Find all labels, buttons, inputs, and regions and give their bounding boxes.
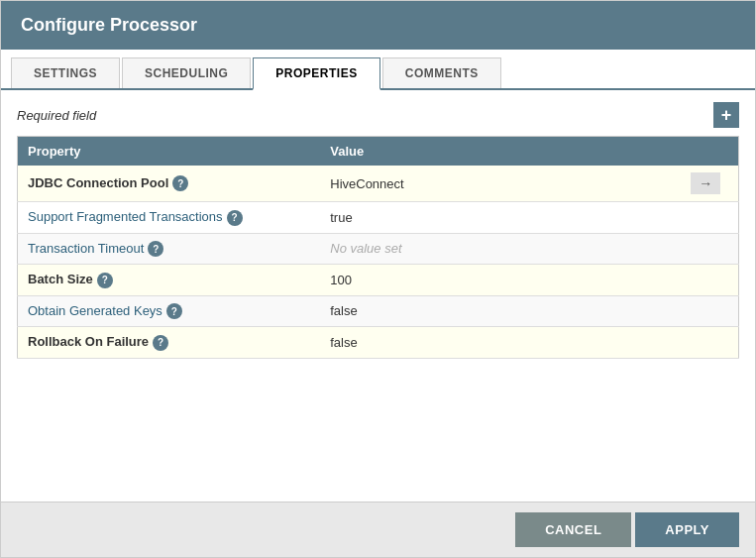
- property-cell: Transaction Timeout?: [18, 233, 321, 265]
- property-cell: Support Fragmented Transactions?: [18, 202, 321, 234]
- dialog-title: Configure Processor: [21, 15, 197, 35]
- arrow-button[interactable]: →: [691, 172, 720, 194]
- col-header-value: Value: [320, 137, 681, 167]
- help-icon[interactable]: ?: [148, 241, 163, 257]
- property-name: Batch Size: [28, 272, 93, 286]
- table-body: JDBC Connection Pool?HiveConnect→Support…: [18, 166, 739, 358]
- help-icon[interactable]: ?: [97, 273, 113, 288]
- value-cell: HiveConnect: [320, 166, 681, 202]
- help-icon[interactable]: ?: [166, 303, 182, 319]
- tabs-bar: SETTINGS SCHEDULING PROPERTIES COMMENTS: [1, 50, 755, 90]
- action-cell: [681, 233, 738, 265]
- table-row: JDBC Connection Pool?HiveConnect→: [18, 166, 739, 202]
- apply-button[interactable]: APPLY: [635, 512, 739, 547]
- value-cell: true: [320, 202, 681, 234]
- action-cell: [681, 202, 738, 234]
- help-icon[interactable]: ?: [227, 210, 243, 226]
- property-cell: Rollback On Failure?: [18, 327, 321, 359]
- help-icon[interactable]: ?: [153, 335, 168, 351]
- content-area: Required field + Property Value JDBC Con…: [1, 90, 755, 502]
- configure-processor-dialog: Configure Processor SETTINGS SCHEDULING …: [0, 0, 756, 558]
- value-cell: false: [320, 295, 681, 327]
- table-row: Rollback On Failure?false: [18, 327, 739, 359]
- property-name: Support Fragmented Transactions: [28, 209, 223, 224]
- col-header-action: [681, 137, 738, 167]
- help-icon[interactable]: ?: [172, 175, 188, 191]
- action-cell: [681, 295, 738, 327]
- action-cell: →: [681, 166, 738, 202]
- property-cell: JDBC Connection Pool?: [18, 166, 321, 202]
- tab-scheduling[interactable]: SCHEDULING: [122, 57, 251, 88]
- property-name: JDBC Connection Pool: [28, 175, 168, 190]
- table-header: Property Value: [18, 137, 739, 167]
- dialog-header: Configure Processor: [1, 1, 755, 50]
- tab-settings[interactable]: SETTINGS: [11, 57, 120, 88]
- table-row: Obtain Generated Keys?false: [18, 295, 739, 327]
- dialog-footer: CANCEL APPLY: [1, 502, 755, 557]
- tab-properties[interactable]: PROPERTIES: [253, 57, 379, 90]
- table-row: Transaction Timeout?No value set: [18, 233, 739, 265]
- property-name: Rollback On Failure: [28, 334, 149, 349]
- tab-comments[interactable]: COMMENTS: [382, 57, 501, 88]
- value-cell: 100: [320, 265, 681, 296]
- cancel-button[interactable]: CANCEL: [515, 512, 631, 547]
- col-header-property: Property: [18, 137, 321, 167]
- table-row: Support Fragmented Transactions?true: [18, 202, 739, 234]
- properties-table: Property Value JDBC Connection Pool?Hive…: [17, 136, 739, 359]
- value-cell: false: [320, 327, 681, 359]
- table-row: Batch Size?100: [18, 265, 739, 296]
- add-property-button[interactable]: +: [713, 102, 739, 128]
- action-cell: [681, 265, 738, 296]
- property-cell: Obtain Generated Keys?: [18, 295, 321, 327]
- value-cell: No value set: [320, 233, 681, 265]
- required-field-label: Required field: [17, 108, 96, 123]
- property-name: Obtain Generated Keys: [28, 303, 162, 318]
- property-cell: Batch Size?: [18, 265, 321, 296]
- property-name: Transaction Timeout: [28, 241, 144, 256]
- required-field-row: Required field +: [17, 102, 739, 128]
- action-cell: [681, 327, 738, 359]
